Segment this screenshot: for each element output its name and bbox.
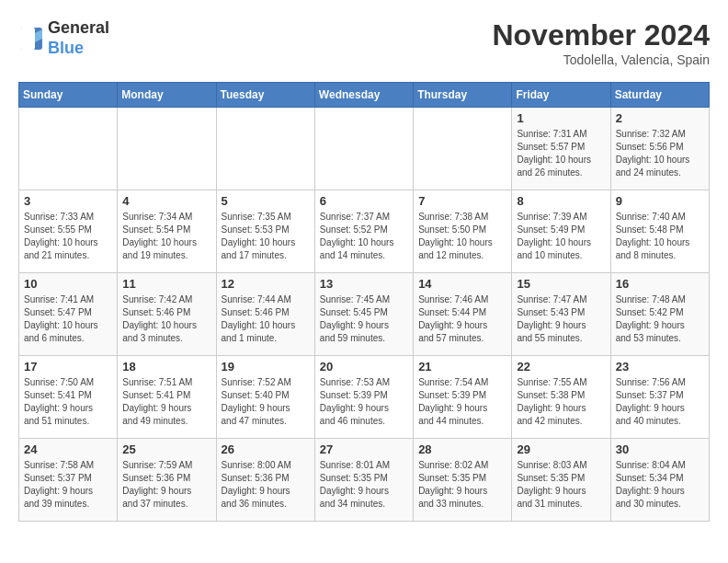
day-number: 14 bbox=[418, 277, 506, 291]
day-number: 23 bbox=[616, 360, 704, 373]
day-info: Sunrise: 7:47 AM Sunset: 5:43 PM Dayligh… bbox=[517, 293, 605, 345]
day-number: 11 bbox=[122, 277, 210, 291]
weekday-header-monday: Monday bbox=[118, 83, 216, 108]
day-info: Sunrise: 7:48 AM Sunset: 5:42 PM Dayligh… bbox=[616, 293, 704, 345]
day-info: Sunrise: 8:04 AM Sunset: 5:34 PM Dayligh… bbox=[616, 459, 704, 511]
location-text: Todolella, Valencia, Spain bbox=[492, 52, 710, 67]
day-info: Sunrise: 7:54 AM Sunset: 5:39 PM Dayligh… bbox=[418, 376, 506, 428]
day-cell: 1Sunrise: 7:31 AM Sunset: 5:57 PM Daylig… bbox=[512, 108, 610, 190]
day-info: Sunrise: 7:41 AM Sunset: 5:47 PM Dayligh… bbox=[24, 293, 112, 345]
day-info: Sunrise: 7:38 AM Sunset: 5:50 PM Dayligh… bbox=[418, 211, 506, 262]
day-cell: 23Sunrise: 7:56 AM Sunset: 5:37 PM Dayli… bbox=[610, 356, 709, 439]
day-number: 28 bbox=[418, 442, 506, 456]
day-cell: 6Sunrise: 7:37 AM Sunset: 5:52 PM Daylig… bbox=[314, 190, 413, 273]
week-row-1: 1Sunrise: 7:31 AM Sunset: 5:57 PM Daylig… bbox=[19, 108, 710, 190]
day-info: Sunrise: 7:53 AM Sunset: 5:39 PM Dayligh… bbox=[320, 376, 408, 428]
day-info: Sunrise: 7:33 AM Sunset: 5:55 PM Dayligh… bbox=[24, 211, 112, 262]
day-cell: 18Sunrise: 7:51 AM Sunset: 5:41 PM Dayli… bbox=[118, 356, 216, 439]
day-cell: 9Sunrise: 7:40 AM Sunset: 5:48 PM Daylig… bbox=[610, 190, 709, 273]
day-cell: 16Sunrise: 7:48 AM Sunset: 5:42 PM Dayli… bbox=[610, 273, 709, 356]
day-cell: 4Sunrise: 7:34 AM Sunset: 5:54 PM Daylig… bbox=[118, 190, 216, 273]
day-cell: 21Sunrise: 7:54 AM Sunset: 5:39 PM Dayli… bbox=[414, 356, 512, 439]
day-number: 2 bbox=[616, 111, 704, 125]
day-info: Sunrise: 7:56 AM Sunset: 5:37 PM Dayligh… bbox=[616, 376, 704, 428]
day-number: 13 bbox=[320, 277, 408, 291]
day-number: 16 bbox=[616, 277, 704, 291]
weekday-header-row: SundayMondayTuesdayWednesdayThursdayFrid… bbox=[19, 83, 710, 108]
weekday-header-sunday: Sunday bbox=[19, 83, 118, 108]
day-number: 22 bbox=[517, 360, 605, 373]
weekday-header-tuesday: Tuesday bbox=[216, 83, 314, 108]
day-cell bbox=[19, 108, 118, 190]
day-info: Sunrise: 7:52 AM Sunset: 5:40 PM Dayligh… bbox=[222, 376, 310, 428]
day-number: 9 bbox=[616, 194, 704, 208]
day-number: 18 bbox=[122, 360, 210, 373]
day-number: 10 bbox=[24, 277, 112, 291]
day-cell: 19Sunrise: 7:52 AM Sunset: 5:40 PM Dayli… bbox=[216, 356, 314, 439]
day-info: Sunrise: 7:31 AM Sunset: 5:57 PM Dayligh… bbox=[517, 128, 605, 179]
day-info: Sunrise: 7:39 AM Sunset: 5:49 PM Dayligh… bbox=[517, 211, 605, 262]
day-number: 12 bbox=[222, 277, 310, 291]
day-cell: 10Sunrise: 7:41 AM Sunset: 5:47 PM Dayli… bbox=[19, 273, 118, 356]
day-info: Sunrise: 7:45 AM Sunset: 5:45 PM Dayligh… bbox=[320, 293, 408, 345]
day-info: Sunrise: 8:01 AM Sunset: 5:35 PM Dayligh… bbox=[320, 459, 408, 511]
day-cell: 30Sunrise: 8:04 AM Sunset: 5:34 PM Dayli… bbox=[610, 439, 709, 522]
logo-icon bbox=[18, 26, 44, 52]
day-cell bbox=[216, 108, 314, 190]
day-cell: 2Sunrise: 7:32 AM Sunset: 5:56 PM Daylig… bbox=[610, 108, 709, 190]
day-number: 3 bbox=[24, 194, 112, 208]
day-cell: 29Sunrise: 8:03 AM Sunset: 5:35 PM Dayli… bbox=[512, 439, 610, 522]
day-number: 25 bbox=[122, 442, 210, 456]
month-title: November 2024 bbox=[492, 18, 710, 52]
day-info: Sunrise: 8:02 AM Sunset: 5:35 PM Dayligh… bbox=[418, 459, 506, 511]
day-info: Sunrise: 7:55 AM Sunset: 5:38 PM Dayligh… bbox=[517, 376, 605, 428]
day-info: Sunrise: 8:00 AM Sunset: 5:36 PM Dayligh… bbox=[222, 459, 310, 511]
title-area: November 2024 Todolella, Valencia, Spain bbox=[492, 18, 710, 67]
day-number: 20 bbox=[320, 360, 408, 373]
day-number: 15 bbox=[517, 277, 605, 291]
day-number: 19 bbox=[222, 360, 310, 373]
day-cell: 8Sunrise: 7:39 AM Sunset: 5:49 PM Daylig… bbox=[512, 190, 610, 273]
day-info: Sunrise: 8:03 AM Sunset: 5:35 PM Dayligh… bbox=[517, 459, 605, 511]
day-cell: 15Sunrise: 7:47 AM Sunset: 5:43 PM Dayli… bbox=[512, 273, 610, 356]
logo: General Blue bbox=[18, 18, 109, 58]
day-cell: 5Sunrise: 7:35 AM Sunset: 5:53 PM Daylig… bbox=[216, 190, 314, 273]
day-cell: 25Sunrise: 7:59 AM Sunset: 5:36 PM Dayli… bbox=[118, 439, 216, 522]
week-row-4: 17Sunrise: 7:50 AM Sunset: 5:41 PM Dayli… bbox=[19, 356, 710, 439]
logo-blue-text: Blue bbox=[48, 39, 84, 57]
day-cell: 13Sunrise: 7:45 AM Sunset: 5:45 PM Dayli… bbox=[314, 273, 413, 356]
day-cell: 24Sunrise: 7:58 AM Sunset: 5:37 PM Dayli… bbox=[19, 439, 118, 522]
day-cell: 26Sunrise: 8:00 AM Sunset: 5:36 PM Dayli… bbox=[216, 439, 314, 522]
day-info: Sunrise: 7:58 AM Sunset: 5:37 PM Dayligh… bbox=[24, 459, 112, 511]
day-info: Sunrise: 7:37 AM Sunset: 5:52 PM Dayligh… bbox=[320, 211, 408, 262]
day-cell: 17Sunrise: 7:50 AM Sunset: 5:41 PM Dayli… bbox=[19, 356, 118, 439]
day-cell: 11Sunrise: 7:42 AM Sunset: 5:46 PM Dayli… bbox=[118, 273, 216, 356]
day-number: 6 bbox=[320, 194, 408, 208]
day-number: 21 bbox=[418, 360, 506, 373]
week-row-3: 10Sunrise: 7:41 AM Sunset: 5:47 PM Dayli… bbox=[19, 273, 710, 356]
day-number: 7 bbox=[418, 194, 506, 208]
day-number: 5 bbox=[222, 194, 310, 208]
day-cell: 27Sunrise: 8:01 AM Sunset: 5:35 PM Dayli… bbox=[314, 439, 413, 522]
day-cell: 12Sunrise: 7:44 AM Sunset: 5:46 PM Dayli… bbox=[216, 273, 314, 356]
day-number: 24 bbox=[24, 442, 112, 456]
week-row-2: 3Sunrise: 7:33 AM Sunset: 5:55 PM Daylig… bbox=[19, 190, 710, 273]
day-cell bbox=[414, 108, 512, 190]
day-cell: 20Sunrise: 7:53 AM Sunset: 5:39 PM Dayli… bbox=[314, 356, 413, 439]
day-cell: 3Sunrise: 7:33 AM Sunset: 5:55 PM Daylig… bbox=[19, 190, 118, 273]
day-cell bbox=[314, 108, 413, 190]
day-number: 1 bbox=[517, 111, 605, 125]
day-number: 4 bbox=[122, 194, 210, 208]
day-cell: 28Sunrise: 8:02 AM Sunset: 5:35 PM Dayli… bbox=[414, 439, 512, 522]
weekday-header-wednesday: Wednesday bbox=[314, 83, 413, 108]
weekday-header-saturday: Saturday bbox=[610, 83, 709, 108]
day-info: Sunrise: 7:59 AM Sunset: 5:36 PM Dayligh… bbox=[122, 459, 210, 511]
weekday-header-friday: Friday bbox=[512, 83, 610, 108]
day-info: Sunrise: 7:40 AM Sunset: 5:48 PM Dayligh… bbox=[616, 211, 704, 262]
day-cell: 14Sunrise: 7:46 AM Sunset: 5:44 PM Dayli… bbox=[414, 273, 512, 356]
day-info: Sunrise: 7:51 AM Sunset: 5:41 PM Dayligh… bbox=[122, 376, 210, 428]
day-number: 30 bbox=[616, 442, 704, 456]
day-info: Sunrise: 7:50 AM Sunset: 5:41 PM Dayligh… bbox=[24, 376, 112, 428]
day-info: Sunrise: 7:32 AM Sunset: 5:56 PM Dayligh… bbox=[616, 128, 704, 179]
logo-general-text: General bbox=[48, 18, 109, 37]
